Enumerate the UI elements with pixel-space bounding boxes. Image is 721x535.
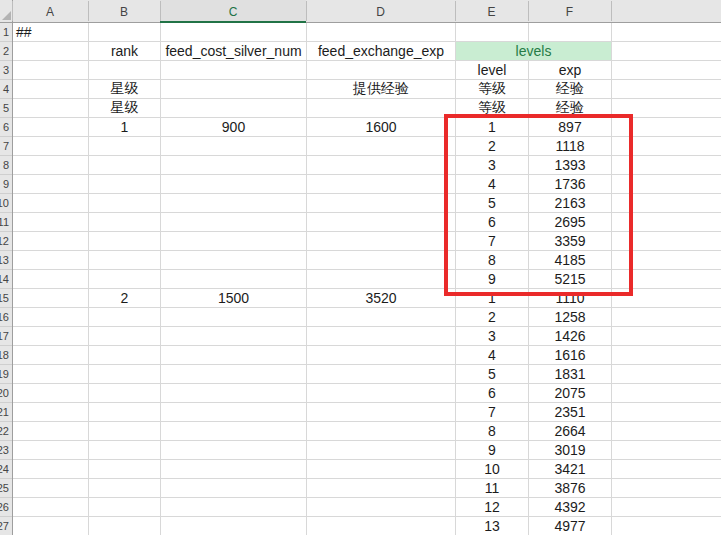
- row-header-27[interactable]: 27: [0, 517, 12, 535]
- row-header-border: [12, 0, 13, 535]
- gridline: [13, 402, 721, 403]
- cell-E22[interactable]: 8: [456, 422, 528, 440]
- gridline: [13, 60, 721, 61]
- row-header-22[interactable]: 22: [0, 422, 12, 441]
- column-header-separator: [88, 1, 89, 21]
- column-header-B[interactable]: B: [88, 0, 160, 23]
- row-header-6[interactable]: 6: [0, 118, 12, 137]
- row-header-21[interactable]: 21: [0, 403, 12, 422]
- gridline: [13, 364, 721, 365]
- cell-A1[interactable]: ##: [13, 23, 88, 41]
- gridline: [13, 478, 721, 479]
- spreadsheet-view: 1234567891011121314151617181920212223242…: [0, 0, 721, 535]
- cell-D2[interactable]: feed_exchange_exp: [307, 42, 455, 60]
- cell-F22[interactable]: 2664: [529, 422, 611, 440]
- red-annotation-box: [444, 114, 633, 296]
- row-header-18[interactable]: 18: [0, 346, 12, 365]
- cell-B15[interactable]: 2: [89, 289, 160, 307]
- select-all-button[interactable]: [0, 0, 12, 22]
- gridline: [13, 497, 721, 498]
- column-header-F[interactable]: F: [528, 0, 611, 23]
- cell-B6[interactable]: 1: [89, 118, 160, 136]
- cell-F19[interactable]: 1831: [529, 365, 611, 383]
- column-header-separator: [455, 1, 456, 21]
- cell-D4[interactable]: 提供经验: [307, 80, 455, 98]
- row-header-20[interactable]: 20: [0, 384, 12, 403]
- cell-E2-F2-merged[interactable]: levels: [456, 42, 611, 60]
- column-header-separator: [528, 1, 529, 21]
- row-header-19[interactable]: 19: [0, 365, 12, 384]
- gridline: [13, 345, 721, 346]
- cell-B4[interactable]: 星级: [89, 80, 160, 98]
- row-header-13[interactable]: 13: [0, 251, 12, 270]
- column-header-separator: [611, 1, 612, 21]
- gridline: [13, 307, 721, 308]
- cell-F27[interactable]: 4977: [529, 517, 611, 535]
- cell-F26[interactable]: 4392: [529, 498, 611, 516]
- cell-F24[interactable]: 3421: [529, 460, 611, 478]
- row-header-8[interactable]: 8: [0, 156, 12, 175]
- row-header-11[interactable]: 11: [0, 213, 12, 232]
- column-header-A[interactable]: A: [12, 0, 88, 23]
- row-header-23[interactable]: 23: [0, 441, 12, 460]
- row-header-5[interactable]: 5: [0, 99, 12, 118]
- cell-C6[interactable]: 900: [161, 118, 306, 136]
- row-header-25[interactable]: 25: [0, 479, 12, 498]
- row-header-3[interactable]: 3: [0, 61, 12, 80]
- cell-F21[interactable]: 2351: [529, 403, 611, 421]
- cell-E18[interactable]: 4: [456, 346, 528, 364]
- column-header-E[interactable]: E: [455, 0, 528, 23]
- gridline: [13, 459, 721, 460]
- row-header-15[interactable]: 15: [0, 289, 12, 308]
- cell-D15[interactable]: 3520: [307, 289, 455, 307]
- cell-E17[interactable]: 3: [456, 327, 528, 345]
- cell-D6[interactable]: 1600: [307, 118, 455, 136]
- cell-B5[interactable]: 星级: [89, 99, 160, 117]
- row-header-9[interactable]: 9: [0, 175, 12, 194]
- cell-E16[interactable]: 2: [456, 308, 528, 326]
- gridline: [13, 421, 721, 422]
- cell-E3[interactable]: level: [456, 61, 528, 79]
- row-header-10[interactable]: 10: [0, 194, 12, 213]
- cell-F3[interactable]: exp: [529, 61, 611, 79]
- gridline: [13, 326, 721, 327]
- cell-E24[interactable]: 10: [456, 460, 528, 478]
- cell-F23[interactable]: 3019: [529, 441, 611, 459]
- cell-E21[interactable]: 7: [456, 403, 528, 421]
- cell-E19[interactable]: 5: [456, 365, 528, 383]
- cell-F16[interactable]: 1258: [529, 308, 611, 326]
- row-header-2[interactable]: 2: [0, 42, 12, 61]
- column-header-separator: [12, 1, 13, 21]
- cell-E26[interactable]: 12: [456, 498, 528, 516]
- row-header-26[interactable]: 26: [0, 498, 12, 517]
- column-header-D[interactable]: D: [306, 0, 455, 23]
- row-header-1[interactable]: 1: [0, 23, 12, 42]
- cell-F18[interactable]: 1616: [529, 346, 611, 364]
- cell-E27[interactable]: 13: [456, 517, 528, 535]
- row-header-17[interactable]: 17: [0, 327, 12, 346]
- cell-F17[interactable]: 1426: [529, 327, 611, 345]
- cell-E23[interactable]: 9: [456, 441, 528, 459]
- row-header-16[interactable]: 16: [0, 308, 12, 327]
- cell-F20[interactable]: 2075: [529, 384, 611, 402]
- column-header-blank[interactable]: [611, 0, 721, 23]
- cell-B2[interactable]: rank: [89, 42, 160, 60]
- cell-F4[interactable]: 经验: [529, 80, 611, 98]
- row-header-24[interactable]: 24: [0, 460, 12, 479]
- row-header-4[interactable]: 4: [0, 80, 12, 99]
- column-header-separator: [306, 1, 307, 21]
- cell-C2[interactable]: feed_cost_silver_num: [161, 42, 306, 60]
- gridline: [13, 440, 721, 441]
- row-header-7[interactable]: 7: [0, 137, 12, 156]
- cell-E20[interactable]: 6: [456, 384, 528, 402]
- column-header-separator: [160, 1, 161, 21]
- row-header-12[interactable]: 12: [0, 232, 12, 251]
- row-header-14[interactable]: 14: [0, 270, 12, 289]
- column-header-C[interactable]: C: [160, 0, 306, 23]
- cell-F25[interactable]: 3876: [529, 479, 611, 497]
- cell-E25[interactable]: 11: [456, 479, 528, 497]
- gridline: [13, 383, 721, 384]
- select-all-triangle-icon: [2, 11, 11, 20]
- cell-C15[interactable]: 1500: [161, 289, 306, 307]
- cell-E4[interactable]: 等级: [456, 80, 528, 98]
